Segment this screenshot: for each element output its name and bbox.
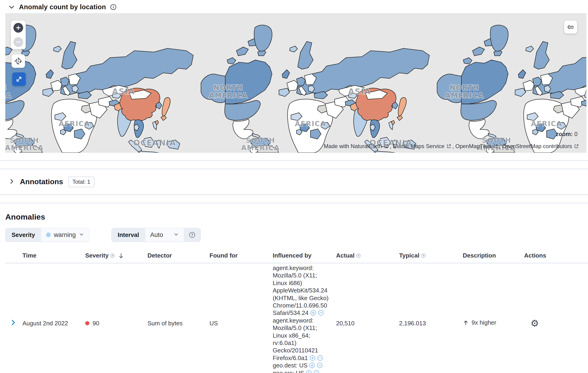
- cell-detector: Sum of bytes: [147, 263, 210, 373]
- zoom-out-button[interactable]: [13, 37, 23, 47]
- col-detector[interactable]: Detector: [147, 250, 210, 263]
- svg-text:?: ?: [112, 254, 114, 257]
- arrow-up-icon: [463, 320, 469, 326]
- spacer: [0, 153, 588, 160]
- chevron-down-icon: [79, 231, 84, 238]
- influencer-line: Firefox/6.0a1: [273, 354, 336, 362]
- influencer-line: Linux i686): [273, 279, 336, 287]
- external-link-icon: [574, 144, 579, 149]
- anomaly-map[interactable]: ASIA AFRICA OCEANIA NORTH AMERICA SOUTH …: [5, 13, 586, 153]
- influenced-by-content: agent.keyword:Mozilla/5.0 (X11;Linux i68…: [273, 264, 336, 373]
- table-header-row: Time Severity ? Detector Found for Influ…: [5, 250, 588, 263]
- fit-to-data-button[interactable]: [11, 54, 25, 68]
- spacer: [0, 195, 588, 203]
- attribution-link[interactable]: , OpenStreetMap contributors: [499, 143, 572, 149]
- chevron-down-icon: [174, 231, 179, 238]
- col-severity[interactable]: Severity ?: [85, 250, 147, 263]
- zoom-label: zoom:: [556, 131, 573, 137]
- plus-in-circle-icon[interactable]: [306, 370, 312, 373]
- influencer-line: rv:6.0a1): [273, 339, 336, 347]
- expand-map-button[interactable]: [12, 73, 26, 86]
- minus-in-circle-icon[interactable]: [314, 370, 319, 373]
- col-actions: Actions: [524, 250, 588, 263]
- svg-text:?: ?: [358, 254, 359, 257]
- cell-actual: 20,510: [336, 263, 399, 373]
- severity-warning-dot: [46, 233, 51, 237]
- col-found-for[interactable]: Found for: [210, 250, 273, 263]
- attribution-link[interactable]: , OpenMapTiles: [452, 143, 492, 149]
- interval-filter-value: Auto: [150, 231, 163, 238]
- help-icon: ?: [356, 253, 361, 258]
- influencer-line: Mozilla/5.0 (X11;: [273, 324, 336, 332]
- svg-text:?: ?: [191, 233, 193, 237]
- expand-row-button[interactable]: [10, 320, 16, 327]
- description-text: 9x higher: [472, 319, 496, 326]
- plus-in-circle-icon[interactable]: [309, 362, 315, 368]
- anomalies-title: Anomalies: [5, 212, 588, 221]
- divider: [0, 203, 588, 203]
- influencer-line: agent.keyword:: [273, 317, 336, 324]
- plus-in-circle-icon[interactable]: [310, 310, 316, 316]
- expand-icon: [16, 76, 22, 83]
- influencer-line: Chrome/11.0.696.50: [273, 302, 336, 309]
- cell-time: August 2nd 2022: [22, 263, 85, 373]
- influencer-line: geo.dest: US: [273, 362, 336, 369]
- help-icon: ?: [421, 253, 426, 258]
- minus-in-circle-icon[interactable]: [318, 310, 324, 316]
- map-accordion-header[interactable]: Anomaly count by location: [0, 0, 588, 13]
- chevron-right-icon: [10, 319, 16, 326]
- chevron-right-icon[interactable]: [9, 178, 15, 185]
- severity-value: 90: [93, 320, 99, 327]
- severity-filter-value: warning: [54, 231, 76, 238]
- zoom-in-button[interactable]: [13, 23, 23, 33]
- severity-filter-select[interactable]: warning: [41, 228, 89, 242]
- cell-actions: ⚙: [524, 263, 588, 373]
- help-icon: ?: [189, 232, 195, 238]
- world-map: ASIA AFRICA OCEANIA NORTH AMERICA SOUTH …: [5, 13, 586, 153]
- menu-left-icon: [567, 23, 574, 31]
- interval-filter-label: Interval: [112, 228, 145, 242]
- cell-found-for: US: [210, 263, 273, 373]
- cell-severity: 90: [85, 263, 147, 373]
- anomalies-table: Time Severity ? Detector Found for Influ…: [5, 250, 588, 373]
- anomaly-row: August 2nd 2022 90 Sum of bytes US agent…: [5, 263, 588, 373]
- influencer-line: Gecko/20110421: [273, 347, 336, 354]
- map-zoom-indicator: zoom: 0: [556, 131, 578, 137]
- interval-filter-select[interactable]: Auto: [145, 228, 184, 242]
- cell-influenced-by: agent.keyword:Mozilla/5.0 (X11;Linux i68…: [273, 263, 336, 373]
- influencer-line: Safari/534.24: [273, 309, 336, 317]
- map-attribution: Made with NaturalEarth, Elastic Maps Ser…: [324, 143, 580, 149]
- interval-help-button[interactable]: ?: [184, 228, 200, 242]
- attribution-link[interactable]: Made with NaturalEarth: [324, 143, 382, 149]
- col-actual[interactable]: Actual ?: [336, 250, 399, 263]
- influencer-line: agent.keyword:: [273, 264, 336, 272]
- col-typical[interactable]: Typical ?: [399, 250, 463, 263]
- chevron-down-icon[interactable]: [8, 4, 15, 10]
- external-link-icon: [493, 144, 498, 149]
- severity-dot: [85, 321, 89, 325]
- annotations-title: Annotations: [20, 177, 63, 186]
- annotations-accordion-header[interactable]: Annotations Total: 1: [0, 169, 588, 195]
- influencer-line: geo.src: US: [273, 369, 336, 373]
- svg-text:?: ?: [422, 254, 424, 257]
- external-link-icon: [384, 144, 389, 149]
- legend-toggle-button[interactable]: [564, 21, 577, 33]
- plus-in-circle-icon[interactable]: [310, 355, 315, 361]
- crosshair-icon: [14, 57, 22, 65]
- info-icon[interactable]: [110, 4, 116, 10]
- minus-in-circle-icon[interactable]: [317, 362, 323, 368]
- influencer-line: AppleWebKit/534.24: [273, 287, 336, 294]
- influencer-line: Linux x86_64;: [273, 332, 336, 339]
- col-description[interactable]: Description: [463, 250, 524, 263]
- col-time[interactable]: Time: [22, 250, 85, 263]
- attribution-link[interactable]: , Elastic Maps Service: [390, 143, 444, 149]
- map-section-title: Anomaly count by location: [19, 3, 106, 11]
- external-link-icon: [446, 144, 452, 149]
- cell-description: 9x higher: [463, 263, 524, 373]
- influencer-line: (KHTML, like Gecko): [273, 294, 336, 302]
- col-influenced-by[interactable]: Influenced by: [273, 250, 336, 263]
- gear-icon[interactable]: ⚙: [531, 319, 539, 328]
- minus-in-circle-icon[interactable]: [317, 355, 323, 361]
- map-zoom-control: [11, 21, 26, 49]
- sort-descending-icon: [118, 252, 124, 259]
